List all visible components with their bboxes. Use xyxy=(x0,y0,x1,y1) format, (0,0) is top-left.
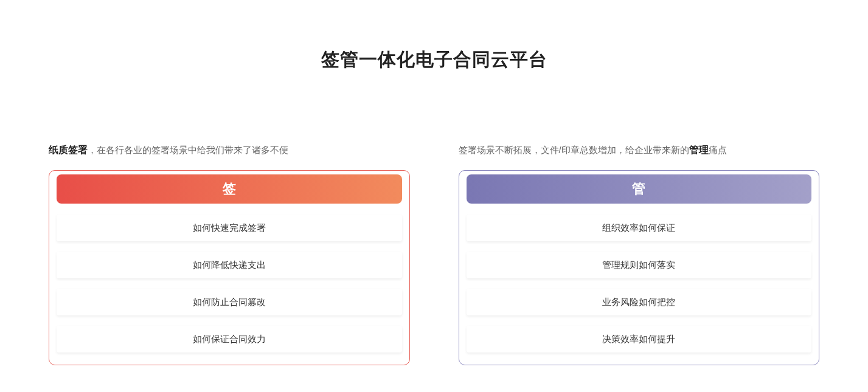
list-item: 如何防止合同篡改 xyxy=(57,289,402,315)
list-item: 组织效率如何保证 xyxy=(467,215,812,241)
sign-column: 纸质签署，在各行各业的签署场景中给我们带来了诸多不便 签 如何快速完成签署 如何… xyxy=(49,144,410,365)
sign-lead: 纸质签署，在各行各业的签署场景中给我们带来了诸多不便 xyxy=(49,144,410,157)
manage-lead: 签署场景不断拓展，文件/印章总数增加，给企业带来新的管理痛点 xyxy=(459,144,820,157)
list-item: 如何保证合同效力 xyxy=(57,326,402,352)
sign-panel-header: 签 xyxy=(57,174,402,204)
manage-column: 签署场景不断拓展，文件/印章总数增加，给企业带来新的管理痛点 管 组织效率如何保… xyxy=(459,144,820,365)
manage-lead-after: 痛点 xyxy=(709,145,727,155)
list-item: 管理规则如何落实 xyxy=(467,252,812,278)
manage-lead-bold: 管理 xyxy=(689,145,709,155)
manage-lead-before: 签署场景不断拓展，文件/印章总数增加，给企业带来新的 xyxy=(459,145,689,155)
list-item: 业务风险如何把控 xyxy=(467,289,812,315)
sign-panel: 签 如何快速完成签署 如何降低快递支出 如何防止合同篡改 如何保证合同效力 xyxy=(49,170,410,365)
list-item: 如何降低快递支出 xyxy=(57,252,402,278)
sign-lead-rest: ，在各行各业的签署场景中给我们带来了诸多不便 xyxy=(88,145,288,155)
list-item: 决策效率如何提升 xyxy=(467,326,812,352)
page-title: 签管一体化电子合同云平台 xyxy=(0,47,868,72)
manage-panel-header: 管 xyxy=(467,174,812,204)
columns-container: 纸质签署，在各行各业的签署场景中给我们带来了诸多不便 签 如何快速完成签署 如何… xyxy=(0,144,868,365)
sign-lead-bold: 纸质签署 xyxy=(49,145,88,155)
list-item: 如何快速完成签署 xyxy=(57,215,402,241)
manage-panel: 管 组织效率如何保证 管理规则如何落实 业务风险如何把控 决策效率如何提升 xyxy=(459,170,820,365)
